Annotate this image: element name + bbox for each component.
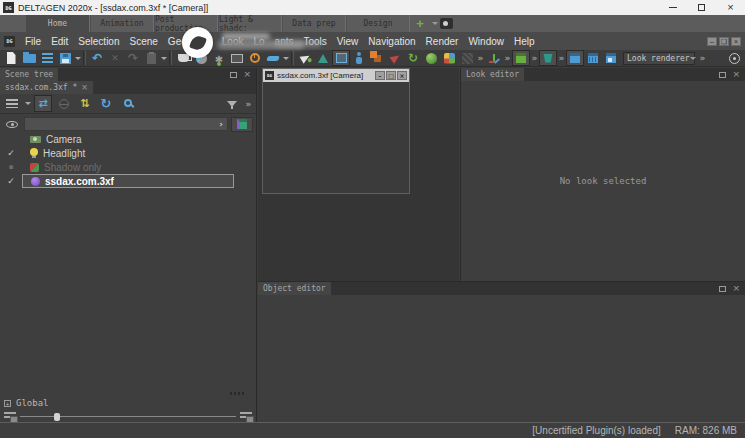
close-panel-icon[interactable] xyxy=(732,284,740,293)
viewport-child-window[interactable]: DG ssdax.com.3xf [Camera] – □ × xyxy=(262,68,410,194)
pick-button[interactable] xyxy=(386,50,404,66)
tab-home[interactable]: Home xyxy=(26,15,90,32)
recorder-icon[interactable] xyxy=(440,18,453,29)
save-button[interactable] xyxy=(56,50,74,66)
materials-button[interactable] xyxy=(440,50,458,66)
tab-data-prep[interactable]: Data prep xyxy=(282,15,346,32)
manipulator-button[interactable] xyxy=(350,50,368,66)
rotate-tool-button[interactable] xyxy=(314,50,332,66)
overflow-icon[interactable] xyxy=(476,53,485,63)
new-file-button[interactable] xyxy=(2,50,20,66)
paint-button[interactable] xyxy=(264,50,282,66)
render-sphere-button[interactable] xyxy=(422,50,440,66)
root-node-bar[interactable]: › xyxy=(24,117,228,131)
minimize-button[interactable] xyxy=(658,0,687,15)
overflow-icon[interactable] xyxy=(530,53,539,63)
add-tab-button[interactable]: + xyxy=(410,15,430,32)
overflow-icon[interactable] xyxy=(557,53,566,63)
close-tab-icon[interactable] xyxy=(81,83,88,92)
mdi-restore-button[interactable]: ❏ xyxy=(719,37,729,46)
visibility-checkbox[interactable]: ✓ xyxy=(0,176,22,186)
menu-help[interactable]: Help xyxy=(514,36,535,47)
material-toggle-button[interactable] xyxy=(231,117,253,132)
group-button[interactable] xyxy=(368,50,386,66)
tab-light-shadow[interactable]: Light & shadc: xyxy=(218,15,282,32)
close-panel-icon[interactable] xyxy=(732,70,740,79)
close-panel-icon[interactable] xyxy=(243,70,251,79)
tab-post-production[interactable]: Post production xyxy=(154,15,218,32)
tree-row-shadow-only[interactable]: ▪ Shadow only xyxy=(0,160,234,174)
look-renderer-select[interactable]: Look renderer xyxy=(623,52,695,65)
import-button[interactable] xyxy=(38,50,56,66)
shading-button[interactable] xyxy=(192,50,210,66)
child-window-titlebar[interactable]: DG ssdax.com.3xf [Camera] – □ × xyxy=(263,69,409,82)
geometry-box-button[interactable] xyxy=(512,50,530,66)
float-panel-icon[interactable] xyxy=(719,72,726,78)
mdi-minimize-button[interactable]: – xyxy=(707,37,717,46)
menu-obscured-left[interactable]: Lo xyxy=(253,36,264,47)
overflow-icon[interactable] xyxy=(244,99,253,109)
menu-file[interactable]: File xyxy=(25,36,41,47)
menu-view[interactable]: View xyxy=(337,36,359,47)
select-cursor-button[interactable] xyxy=(296,50,314,66)
fill-bucket-button[interactable] xyxy=(539,50,557,66)
refresh-tree-button[interactable] xyxy=(97,95,115,112)
preferences-button[interactable] xyxy=(210,50,228,66)
timeline-track[interactable] xyxy=(20,412,236,421)
child-minimize-button[interactable]: – xyxy=(375,71,385,80)
expand-timeline-icon[interactable] xyxy=(4,400,11,407)
overflow-icon[interactable] xyxy=(503,53,512,63)
tab-design[interactable]: Design xyxy=(346,15,410,32)
animation-time-button[interactable] xyxy=(246,50,264,66)
save-dropdown-icon[interactable] xyxy=(74,57,81,60)
maximize-button[interactable] xyxy=(687,0,716,15)
child-maximize-button[interactable]: □ xyxy=(386,71,396,80)
cube-textured-button[interactable] xyxy=(602,50,620,66)
paint-dropdown-icon[interactable] xyxy=(282,57,289,60)
float-panel-icon[interactable] xyxy=(230,72,237,78)
keyframe-list-icon[interactable] xyxy=(4,412,16,420)
menu-window[interactable]: Window xyxy=(468,36,504,47)
sync-selection-button[interactable] xyxy=(34,95,52,112)
open-file-button[interactable] xyxy=(20,50,38,66)
tree-mode-dropdown-icon[interactable] xyxy=(24,102,31,105)
cube-solid-button[interactable] xyxy=(566,50,584,66)
filter-button[interactable] xyxy=(223,95,241,112)
undo-button[interactable] xyxy=(88,50,106,66)
menu-render[interactable]: Render xyxy=(426,36,459,47)
visibility-checkbox[interactable]: ✓ xyxy=(0,148,22,158)
tree-display-mode-button[interactable] xyxy=(3,95,21,112)
visibility-checkbox[interactable]: ▪ xyxy=(0,163,22,171)
search-button[interactable] xyxy=(118,95,136,112)
menu-edit[interactable]: Edit xyxy=(51,36,68,47)
tree-row-headlight[interactable]: ✓ Headlight xyxy=(0,146,234,160)
snapshot-button[interactable] xyxy=(174,50,192,66)
expand-collapse-button[interactable] xyxy=(76,95,94,112)
menu-navigation[interactable]: Navigation xyxy=(368,36,415,47)
scene-tab[interactable]: ssdax.com.3xf * xyxy=(0,81,93,94)
menu-selection[interactable]: Selection xyxy=(78,36,119,47)
transform-axis-button[interactable] xyxy=(485,50,503,66)
close-button[interactable] xyxy=(716,0,745,15)
visibility-column-button[interactable] xyxy=(3,117,21,131)
menu-scene[interactable]: Scene xyxy=(130,36,158,47)
cube-wire-button[interactable] xyxy=(584,50,602,66)
viewport-area[interactable]: DG ssdax.com.3xf [Camera] – □ × xyxy=(258,68,459,281)
timeline-thumb[interactable] xyxy=(54,413,60,421)
history-dropdown-icon[interactable] xyxy=(160,57,167,60)
float-panel-icon[interactable] xyxy=(719,286,726,292)
tab-animation[interactable]: Animation xyxy=(90,15,154,32)
rect-select-button[interactable] xyxy=(332,50,350,66)
mdi-close-button[interactable]: × xyxy=(731,37,741,46)
display-button[interactable] xyxy=(228,50,246,66)
refresh-button[interactable] xyxy=(404,50,422,66)
tree-row-camera[interactable]: Camera xyxy=(0,132,234,146)
tree-row-ssdax[interactable]: ✓ ssdax.com.3xf xyxy=(0,174,234,188)
menu-look[interactable]: Look xyxy=(222,36,244,47)
keyframe-list-icon[interactable] xyxy=(240,412,252,420)
render-settings-button[interactable] xyxy=(725,50,743,66)
menu-obscured-right[interactable]: ants xyxy=(275,36,294,47)
menu-geometry[interactable]: Geometry xyxy=(168,36,212,47)
menu-tools[interactable]: Tools xyxy=(303,36,326,47)
child-close-button[interactable]: × xyxy=(397,71,407,80)
